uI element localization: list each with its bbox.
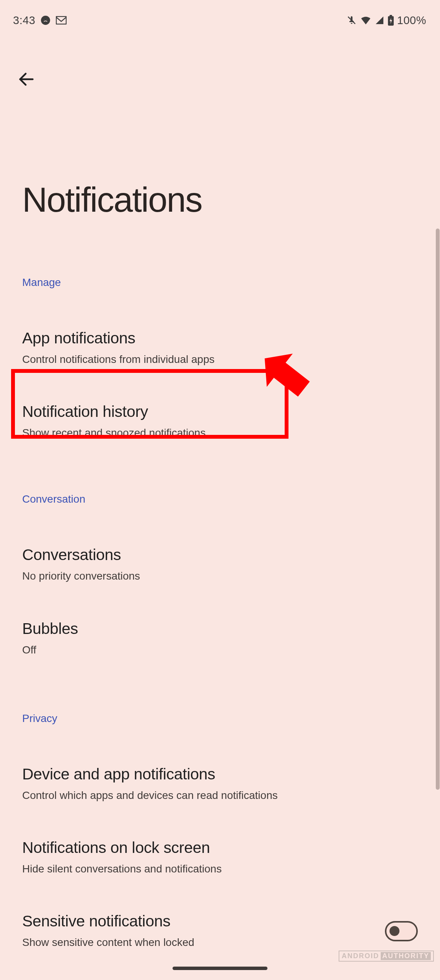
section-header-privacy: Privacy [22,712,418,725]
svg-rect-3 [56,16,66,24]
status-time: 3:43 [13,14,35,27]
face-icon [41,15,51,25]
setting-subtitle: Hide silent conversations and notificati… [22,861,418,876]
section-header-conversation: Conversation [22,493,418,505]
sensitive-notifications-toggle[interactable] [385,921,418,941]
wifi-icon [360,16,372,25]
mute-icon [346,15,357,26]
setting-subtitle: No priority conversations [22,568,418,583]
setting-title: Sensitive notifications [22,912,194,930]
setting-bubbles[interactable]: Bubbles Off [22,601,418,675]
status-left: 3:43 [13,14,67,27]
setting-device-app-notifications[interactable]: Device and app notifications Control whi… [22,747,418,820]
svg-rect-6 [389,15,392,16]
watermark: ANDROID AUTHORITY [339,951,434,962]
setting-subtitle: Show sensitive content when locked [22,935,194,950]
setting-notification-history[interactable]: Notification history Show recent and sno… [22,384,418,458]
signal-icon [375,16,385,25]
setting-title: Bubbles [22,620,418,638]
settings-content: Manage App notifications Control notific… [0,276,440,980]
setting-title: Conversations [22,546,418,564]
scrollbar[interactable] [436,229,440,790]
page-title: Notifications [22,180,440,220]
setting-subtitle: Control notifications from individual ap… [22,352,418,367]
setting-subtitle: Control which apps and devices can read … [22,788,418,803]
setting-lock-screen-notifications[interactable]: Notifications on lock screen Hide silent… [22,820,418,894]
setting-subtitle: Off [22,642,418,657]
setting-app-notifications[interactable]: App notifications Control notifications … [22,311,418,384]
watermark-a: ANDROID [342,952,379,960]
setting-title: Notification history [22,403,418,421]
arrow-left-icon [18,71,35,88]
status-right: 100% [346,14,426,27]
back-button[interactable] [15,68,37,90]
battery-percent: 100% [397,14,426,27]
battery-icon [388,15,394,26]
gesture-nav-pill[interactable] [173,967,267,970]
svg-point-0 [42,16,50,24]
status-bar: 3:43 100% [0,0,440,34]
setting-conversations[interactable]: Conversations No priority conversations [22,528,418,601]
svg-point-2 [46,19,47,20]
section-header-manage: Manage [22,276,418,289]
setting-subtitle: Show recent and snoozed notifications [22,425,418,440]
setting-title: Device and app notifications [22,765,418,783]
setting-title: App notifications [22,329,418,347]
gmail-icon [56,16,67,24]
svg-point-1 [44,19,45,20]
watermark-b: AUTHORITY [381,952,431,960]
setting-title: Notifications on lock screen [22,839,418,857]
